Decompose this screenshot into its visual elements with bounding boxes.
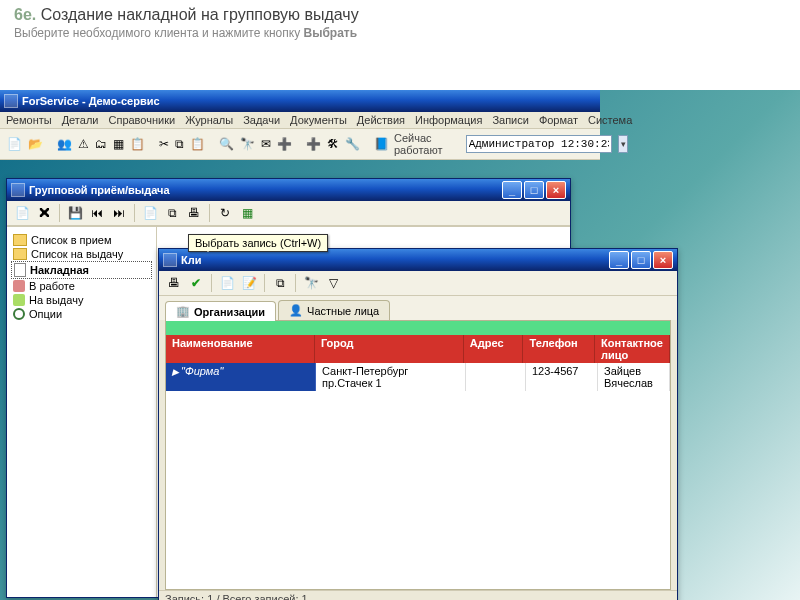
separator: [211, 274, 212, 292]
tree-node[interactable]: На выдачу: [11, 293, 152, 307]
cut-icon[interactable]: ✂: [158, 135, 170, 153]
new-icon[interactable]: 📄: [13, 204, 31, 222]
binoculars-icon[interactable]: 🔭: [239, 135, 256, 153]
tooltip: Выбрать запись (Ctrl+W): [188, 234, 328, 252]
print-icon[interactable]: 🖶: [185, 204, 203, 222]
print-icon[interactable]: 🖶: [165, 274, 183, 292]
menu-item[interactable]: Действия: [357, 114, 405, 126]
tree-node[interactable]: В работе: [11, 279, 152, 293]
minimize-button[interactable]: _: [502, 181, 522, 199]
cell-addr: [466, 363, 526, 391]
paste-icon[interactable]: 📋: [189, 135, 206, 153]
tree-view: Список в прием Список на выдачу Накладна…: [7, 227, 157, 597]
grid-top-bar: [166, 321, 670, 335]
menu-item[interactable]: Система: [588, 114, 632, 126]
main-title: ForService - Демо-сервис: [22, 95, 160, 107]
nav-first-icon[interactable]: ⏮: [88, 204, 106, 222]
delete-icon[interactable]: 🗙: [35, 204, 53, 222]
users-icon[interactable]: 👥: [56, 135, 73, 153]
tree-node[interactable]: Опции: [11, 307, 152, 321]
copy-icon[interactable]: ⧉: [271, 274, 289, 292]
grid-empty-area: [166, 391, 670, 589]
menu-item[interactable]: Ремонты: [6, 114, 52, 126]
window-icon: [11, 183, 25, 197]
gear-icon: [13, 308, 25, 320]
current-user-field[interactable]: [466, 135, 612, 153]
client-inner: 🏢 Организации 👤 Частные лица Наименовани…: [159, 296, 677, 600]
menu-item[interactable]: Формат: [539, 114, 578, 126]
close-button[interactable]: ×: [653, 251, 673, 269]
tool-icon[interactable]: 🛠: [326, 135, 340, 153]
new-icon[interactable]: 📄: [218, 274, 236, 292]
client-toolbar: 🖶 ✔ 📄 📝 ⧉ 🔭 ▽: [159, 271, 677, 296]
client-window: Кли _ □ × 🖶 ✔ 📄 📝 ⧉ 🔭 ▽ 🏢 Организации: [158, 248, 678, 600]
slide-number: 6e.: [14, 6, 36, 23]
app-icon: [4, 94, 18, 108]
cell-phone: 123-4567: [526, 363, 598, 391]
select-button[interactable]: ✔: [187, 274, 205, 292]
grid-icon[interactable]: ▦: [112, 135, 125, 153]
menu-item[interactable]: Информация: [415, 114, 482, 126]
tool2-icon[interactable]: 🔧: [344, 135, 361, 153]
binoculars-icon[interactable]: 🔭: [302, 274, 320, 292]
menu-item[interactable]: Детали: [62, 114, 99, 126]
tree-node-selected[interactable]: Накладная: [11, 261, 152, 279]
col-header-name[interactable]: Наименование: [166, 335, 315, 363]
edit-icon[interactable]: 📝: [240, 274, 258, 292]
copy-icon[interactable]: ⧉: [174, 135, 185, 153]
form-icon[interactable]: 📋: [129, 135, 146, 153]
slide-title: 6e. Создание накладной на групповую выда…: [14, 6, 786, 24]
grid-row-selected[interactable]: "Фирма" Санкт-Петербург пр.Стачек 1 123-…: [166, 363, 670, 391]
card-icon[interactable]: 🗂: [94, 135, 108, 153]
org-icon: 🏢: [176, 305, 190, 318]
new-icon[interactable]: 📄: [6, 135, 23, 153]
copy-icon[interactable]: ⧉: [163, 204, 181, 222]
menu-item[interactable]: Записи: [492, 114, 529, 126]
col-header-addr[interactable]: Адрес: [464, 335, 524, 363]
search-icon[interactable]: 🔍: [218, 135, 235, 153]
col-header-phone[interactable]: Телефон: [523, 335, 595, 363]
book-icon[interactable]: 📘: [373, 135, 390, 153]
document-icon: [14, 263, 26, 277]
menu-item[interactable]: Задачи: [243, 114, 280, 126]
main-titlebar[interactable]: ForService - Демо-сервис: [0, 90, 600, 112]
slide-title-text: Создание накладной на групповую выдачу: [41, 6, 359, 23]
col-header-city[interactable]: Город: [315, 335, 464, 363]
open-icon[interactable]: 📂: [27, 135, 44, 153]
tree-node[interactable]: Список в прием: [11, 233, 152, 247]
nav-last-icon[interactable]: ⏭: [110, 204, 128, 222]
add-icon[interactable]: ➕: [276, 135, 293, 153]
cell-contact: Зайцев Вячеслав: [598, 363, 670, 391]
maximize-button[interactable]: □: [631, 251, 651, 269]
doc-icon[interactable]: 📄: [141, 204, 159, 222]
tab-individuals[interactable]: 👤 Частные лица: [278, 300, 390, 320]
client-tabs: 🏢 Организации 👤 Частные лица: [159, 296, 677, 320]
status-label: Сейчас работают: [394, 132, 460, 156]
tab-organizations[interactable]: 🏢 Организации: [165, 301, 276, 321]
minimize-button[interactable]: _: [609, 251, 629, 269]
refresh-icon[interactable]: ↻: [216, 204, 234, 222]
group-titlebar[interactable]: Групповой приём/выдача _ □ ×: [7, 179, 570, 201]
client-title: Кли: [181, 254, 201, 266]
close-button[interactable]: ×: [546, 181, 566, 199]
slide-header: 6e. Создание накладной на групповую выда…: [0, 0, 800, 42]
menu-item[interactable]: Документы: [290, 114, 347, 126]
dispatch-icon: [13, 294, 25, 306]
save-icon[interactable]: 💾: [66, 204, 84, 222]
warning-icon[interactable]: ⚠: [77, 135, 90, 153]
main-menubar: Ремонты Детали Справочники Журналы Задач…: [0, 112, 600, 129]
menu-item[interactable]: Справочники: [108, 114, 175, 126]
mail-icon[interactable]: ✉: [260, 135, 272, 153]
dropdown-icon[interactable]: ▾: [618, 135, 629, 153]
maximize-button[interactable]: □: [524, 181, 544, 199]
filter-icon[interactable]: ▽: [324, 274, 342, 292]
tree-node[interactable]: Список на выдачу: [11, 247, 152, 261]
group-toolbar: 📄 🗙 💾 ⏮ ⏭ 📄 ⧉ 🖶 ↻ ▦: [7, 201, 570, 226]
plus2-icon[interactable]: ➕: [305, 135, 322, 153]
col-header-contact[interactable]: Контактное лицо: [595, 335, 670, 363]
status-field: Сейчас работают ▾: [394, 132, 628, 156]
excel-icon[interactable]: ▦: [238, 204, 256, 222]
client-titlebar[interactable]: Кли _ □ ×: [159, 249, 677, 271]
grid-header: Наименование Город Адрес Телефон Контакт…: [166, 335, 670, 363]
menu-item[interactable]: Журналы: [185, 114, 233, 126]
